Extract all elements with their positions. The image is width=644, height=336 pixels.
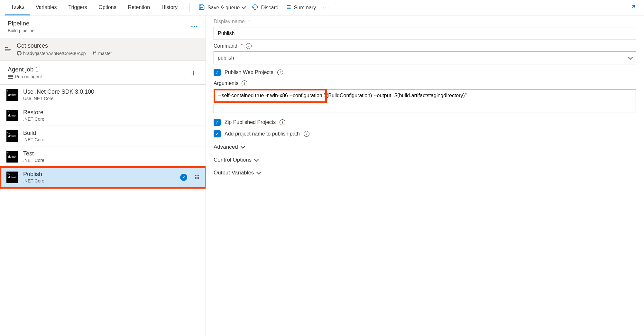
get-sources-title: Get sources <box>17 42 112 49</box>
display-name-input[interactable] <box>214 27 636 40</box>
addpath-label: Add project name to publish path <box>225 131 300 137</box>
dotnet-icon: dotnet <box>6 130 18 142</box>
save-queue-label: Save & queue <box>207 5 240 11</box>
fullscreen-button[interactable] <box>627 1 639 14</box>
zip-label: Zip Published Projects <box>225 119 276 125</box>
task-subtitle: .NET Core <box>23 117 44 122</box>
task-test[interactable]: dotnet Test .NET Core <box>0 146 206 167</box>
tab-history[interactable]: History <box>156 0 183 15</box>
display-name-label: Display name* <box>214 19 636 24</box>
info-icon[interactable]: i <box>246 43 252 49</box>
dotnet-icon: dotnet <box>6 172 18 183</box>
advanced-section-toggle[interactable]: Advanced <box>214 144 636 150</box>
ellipsis-icon: ··· <box>322 4 330 11</box>
svg-point-8 <box>93 53 94 54</box>
svg-point-7 <box>93 51 94 52</box>
arguments-input[interactable] <box>214 89 636 113</box>
pipeline-header[interactable]: Pipeline Build pipeline ··· <box>0 15 206 38</box>
command-label: Command* i <box>214 43 636 49</box>
tab-tasks[interactable]: Tasks <box>5 0 30 15</box>
svg-line-6 <box>632 5 634 8</box>
task-title: Build <box>23 130 44 136</box>
control-options-section-toggle[interactable]: Control Options <box>214 157 636 163</box>
separator <box>189 3 189 12</box>
task-use-dotnet-sdk[interactable]: dotnet Use .Net Core SDK 3.0.100 Use .NE… <box>0 85 206 105</box>
command-value: publish <box>218 55 234 61</box>
save-queue-button[interactable]: Save & queue <box>195 1 249 14</box>
get-sources-row[interactable]: Get sources bradygaster/AspNetCore30App … <box>0 38 206 61</box>
summary-button[interactable]: Summary <box>282 1 319 14</box>
publish-web-checkbox[interactable]: ✓ <box>214 69 221 76</box>
info-icon[interactable]: i <box>277 70 283 75</box>
drag-handle[interactable] <box>195 175 199 179</box>
task-subtitle: .NET Core <box>23 137 44 142</box>
task-title: Restore <box>23 109 44 116</box>
task-subtitle: Use .NET Core <box>23 96 94 101</box>
sources-icon <box>5 47 12 51</box>
discard-label: Discard <box>261 5 278 11</box>
task-settings-panel: Display name* Command* i publish ✓ Publi… <box>206 15 644 336</box>
publish-web-label: Publish Web Projects <box>225 70 273 75</box>
summary-label: Summary <box>294 5 316 11</box>
undo-icon <box>252 4 258 12</box>
addpath-checkbox[interactable]: ✓ <box>214 130 221 137</box>
branch-name: master <box>98 51 112 56</box>
branch-icon <box>92 51 97 56</box>
agent-icon <box>8 75 13 79</box>
tab-options[interactable]: Options <box>93 0 122 15</box>
more-actions-button[interactable]: ··· <box>319 1 333 14</box>
tab-triggers[interactable]: Triggers <box>62 0 93 15</box>
agent-job-row[interactable]: Agent job 1 Run on agent ＋ <box>0 61 206 85</box>
pipeline-subtitle: Build pipeline <box>8 28 34 33</box>
github-icon <box>17 51 22 56</box>
task-publish[interactable]: dotnet Publish .NET Core ✓ <box>0 167 206 188</box>
pipeline-more-button[interactable]: ··· <box>191 23 198 31</box>
chevron-down-icon <box>628 55 633 59</box>
output-variables-section-toggle[interactable]: Output Variables <box>214 170 636 176</box>
chevron-down-icon <box>242 5 246 9</box>
chevron-down-icon <box>254 157 259 161</box>
task-restore[interactable]: dotnet Restore .NET Core <box>0 105 206 126</box>
info-icon[interactable]: i <box>304 131 309 137</box>
chevron-down-icon <box>241 144 245 148</box>
agent-job-title: Agent job 1 <box>8 66 42 73</box>
task-title: Publish <box>23 171 44 178</box>
pipeline-title: Pipeline <box>8 20 34 27</box>
save-icon <box>198 4 205 12</box>
info-icon[interactable]: i <box>242 80 247 86</box>
arguments-label: Arguments i <box>214 80 636 86</box>
agent-job-subtitle: Run on agent <box>15 74 42 79</box>
tab-retention[interactable]: Retention <box>122 0 156 15</box>
task-subtitle: .NET Core <box>23 178 44 183</box>
task-title: Test <box>23 150 44 157</box>
check-icon: ✓ <box>180 174 187 181</box>
discard-button[interactable]: Discard <box>249 1 281 14</box>
tasks-panel: Pipeline Build pipeline ··· Get sources … <box>0 15 206 336</box>
task-title: Use .Net Core SDK 3.0.100 <box>23 89 94 95</box>
tab-variables[interactable]: Variables <box>30 0 63 15</box>
list-icon <box>285 4 291 12</box>
add-task-button[interactable]: ＋ <box>189 67 198 79</box>
dotnet-icon: dotnet <box>6 110 18 121</box>
info-icon[interactable]: i <box>280 119 285 125</box>
task-build[interactable]: dotnet Build .NET Core <box>0 126 206 146</box>
dotnet-icon: dotnet <box>6 151 18 163</box>
pipeline-tabs-toolbar: Tasks Variables Triggers Options Retenti… <box>0 0 644 15</box>
dotnet-icon: dotnet <box>6 89 18 101</box>
chevron-down-icon <box>256 170 261 174</box>
repo-name: bradygaster/AspNetCore30App <box>23 51 86 56</box>
task-subtitle: .NET Core <box>23 158 44 163</box>
zip-checkbox[interactable]: ✓ <box>214 119 221 126</box>
command-select[interactable]: publish <box>214 51 636 64</box>
